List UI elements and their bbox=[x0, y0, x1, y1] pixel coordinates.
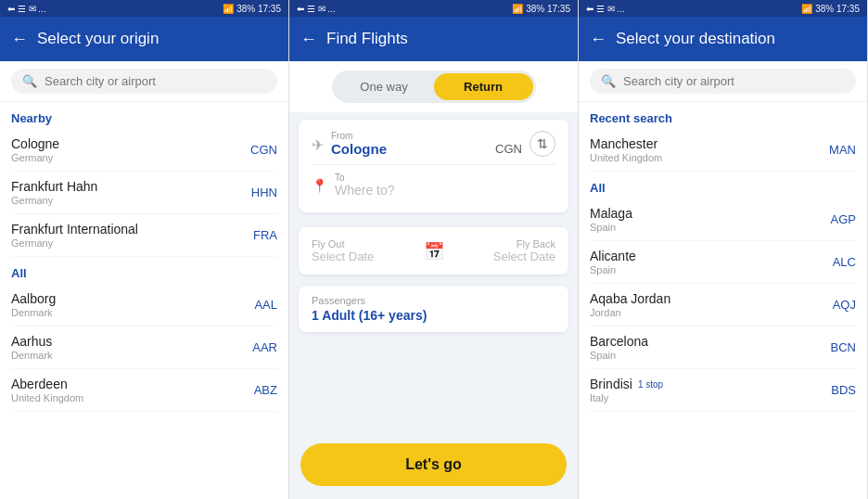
passengers-card[interactable]: Passengers 1 Adult (16+ years) bbox=[299, 286, 568, 332]
from-block: From Cologne CGN bbox=[331, 131, 522, 157]
status-mid-right: 📶 38% 17:35 bbox=[512, 4, 570, 14]
back-arrow-right[interactable]: ← bbox=[590, 30, 606, 49]
list-item[interactable]: AarhusDenmark AAR bbox=[11, 326, 277, 369]
calendar-icon: 📅 bbox=[424, 241, 444, 262]
status-right-info: 📶 38% 17:35 bbox=[223, 4, 281, 14]
top-bar-left: ← Select your origin bbox=[0, 17, 288, 61]
right-panel-title: Select your destination bbox=[616, 30, 775, 48]
nearby-label: Nearby bbox=[11, 102, 277, 129]
search-icon-right: 🔍 bbox=[601, 74, 616, 88]
list-item[interactable]: Frankfurt HahnGermany HHN bbox=[11, 172, 277, 214]
search-input-right[interactable] bbox=[623, 74, 845, 88]
to-row[interactable]: 📍 To Where to? bbox=[312, 173, 555, 198]
right-panel: ⬅ ☰ ✉ ... 📶 38% 17:35 ← Select your dest… bbox=[579, 0, 868, 499]
flight-type-toggle: One way Return bbox=[332, 70, 536, 103]
status-bar-middle: ⬅ ☰ ✉ ... 📶 38% 17:35 bbox=[289, 0, 578, 17]
list-item[interactable]: Frankfurt InternationalGermany FRA bbox=[11, 214, 277, 257]
to-block: To Where to? bbox=[335, 173, 555, 198]
back-arrow-left[interactable]: ← bbox=[11, 30, 28, 49]
search-bar-left: 🔍 bbox=[0, 61, 288, 102]
list-item[interactable]: MalagaSpain AGP bbox=[590, 198, 856, 241]
left-panel-title: Select your origin bbox=[37, 30, 159, 48]
list-item[interactable]: AalborgDenmark AAL bbox=[11, 284, 277, 326]
date-row: Fly Out Select Date 📅 Fly Back Select Da… bbox=[312, 238, 555, 263]
recent-label: Recent search bbox=[590, 102, 856, 129]
fly-back-date: Select Date bbox=[453, 250, 556, 263]
status-bar-left: ⬅ ☰ ✉ ... 📶 38% 17:35 bbox=[0, 0, 288, 17]
from-code: CGN bbox=[495, 142, 522, 156]
cta-wrap: Let's go bbox=[289, 434, 578, 499]
flight-card: ✈ From Cologne CGN ⇅ 📍 To Where to? bbox=[299, 120, 568, 212]
status-left-icons: ⬅ ☰ ✉ ... bbox=[7, 4, 46, 14]
lets-go-button[interactable]: Let's go bbox=[300, 443, 567, 486]
middle-panel: ⬅ ☰ ✉ ... 📶 38% 17:35 ← Find Flights One… bbox=[289, 0, 579, 499]
left-panel: ⬅ ☰ ✉ ... 📶 38% 17:35 ← Select your orig… bbox=[0, 0, 289, 499]
middle-panel-title: Find Flights bbox=[326, 30, 408, 48]
toggle-wrap: One way Return bbox=[289, 61, 578, 112]
right-list-content: Recent search ManchesterUnited Kingdom M… bbox=[579, 102, 867, 499]
list-item[interactable]: ManchesterUnited Kingdom MAN bbox=[590, 129, 856, 172]
list-item[interactable]: Brindisi 1 stop Italy BDS bbox=[590, 369, 856, 412]
top-bar-right: ← Select your destination bbox=[579, 17, 867, 61]
search-icon-left: 🔍 bbox=[22, 74, 37, 88]
from-city[interactable]: Cologne bbox=[331, 141, 387, 157]
back-arrow-middle[interactable]: ← bbox=[300, 30, 317, 49]
status-right-right: 📶 38% 17:35 bbox=[801, 4, 860, 14]
left-list-content: Nearby CologneGermany CGN Frankfurt Hahn… bbox=[0, 102, 288, 499]
list-item[interactable]: BarcelonaSpain BCN bbox=[590, 326, 856, 369]
search-bar-right: 🔍 bbox=[579, 61, 867, 102]
list-item[interactable]: AlicanteSpain ALC bbox=[590, 241, 856, 284]
plane-icon: ✈ bbox=[312, 134, 324, 154]
fly-out-label: Fly Out bbox=[312, 238, 415, 250]
search-input-left[interactable] bbox=[45, 74, 266, 88]
status-right-left: ⬅ ☰ ✉ ... bbox=[586, 4, 625, 14]
passengers-label: Passengers bbox=[312, 295, 555, 306]
status-bar-right: ⬅ ☰ ✉ ... 📶 38% 17:35 bbox=[579, 0, 867, 17]
fly-out-date: Select Date bbox=[312, 250, 415, 263]
fly-back-label: Fly Back bbox=[453, 238, 556, 250]
passengers-value: 1 Adult (16+ years) bbox=[312, 308, 555, 323]
status-mid-left: ⬅ ☰ ✉ ... bbox=[297, 4, 336, 14]
fly-back-block[interactable]: Fly Back Select Date bbox=[453, 238, 556, 263]
to-placeholder[interactable]: Where to? bbox=[335, 183, 555, 198]
stop-badge: 1 stop bbox=[638, 379, 663, 390]
location-icon: 📍 bbox=[312, 178, 327, 193]
date-card: Fly Out Select Date 📅 Fly Back Select Da… bbox=[299, 227, 568, 275]
all-label-left: All bbox=[11, 257, 277, 284]
return-toggle[interactable]: Return bbox=[434, 73, 533, 100]
list-item[interactable]: CologneGermany CGN bbox=[11, 129, 277, 172]
divider bbox=[312, 164, 555, 165]
swap-button[interactable]: ⇅ bbox=[530, 131, 555, 157]
one-way-toggle[interactable]: One way bbox=[335, 73, 434, 100]
all-label-right: All bbox=[590, 172, 856, 198]
list-item[interactable]: AberdeenUnited Kingdom ABZ bbox=[11, 369, 277, 412]
top-bar-middle: ← Find Flights bbox=[289, 17, 578, 61]
list-item[interactable]: Aqaba JordanJordan AQJ bbox=[590, 284, 856, 326]
from-row: ✈ From Cologne CGN ⇅ bbox=[312, 131, 555, 157]
fly-out-block[interactable]: Fly Out Select Date bbox=[312, 238, 415, 263]
